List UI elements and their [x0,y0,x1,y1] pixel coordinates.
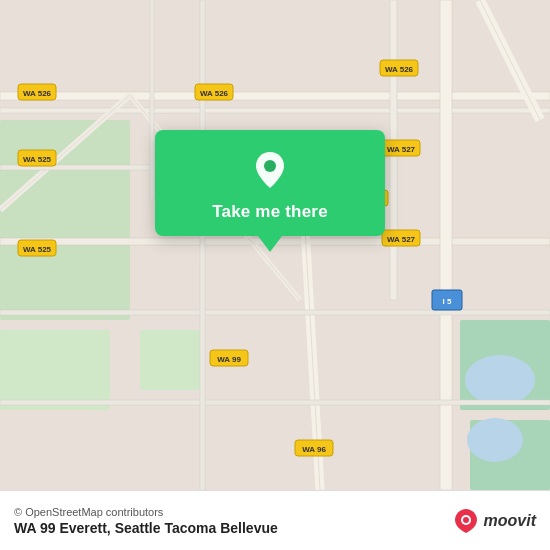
moovit-logo: moovit [452,507,536,535]
moovit-icon [452,507,480,535]
svg-text:WA 96: WA 96 [302,445,326,454]
location-title: WA 99 Everett, Seattle Tacoma Bellevue [14,520,444,536]
popup-label: Take me there [212,202,328,222]
copyright-text: © OpenStreetMap contributors [14,506,444,518]
svg-rect-23 [0,400,550,405]
svg-rect-2 [0,330,110,410]
svg-point-50 [463,517,469,523]
svg-text:WA 526: WA 526 [385,65,414,74]
svg-text:WA 525: WA 525 [23,245,52,254]
svg-point-48 [264,160,276,172]
svg-rect-11 [440,0,452,490]
map-container: WA 526 WA 526 WA 526 WA 527 WA 99 WA 527… [0,0,550,490]
svg-text:WA 525: WA 525 [23,155,52,164]
svg-rect-10 [0,108,550,113]
svg-point-6 [465,355,535,405]
svg-text:WA 526: WA 526 [23,89,52,98]
svg-text:WA 526: WA 526 [200,89,229,98]
bottom-bar: © OpenStreetMap contributors WA 99 Evere… [0,490,550,550]
svg-rect-25 [150,0,154,200]
take-me-there-popup[interactable]: Take me there [155,130,385,236]
svg-rect-22 [0,310,550,315]
location-pin-icon [248,148,292,192]
svg-rect-8 [0,92,550,100]
svg-text:WA 527: WA 527 [387,145,416,154]
svg-point-7 [467,418,523,462]
svg-text:WA 527: WA 527 [387,235,416,244]
moovit-text: moovit [484,512,536,530]
svg-rect-3 [140,330,200,390]
svg-text:I 5: I 5 [443,297,452,306]
svg-text:WA 99: WA 99 [217,355,241,364]
svg-rect-24 [200,0,205,490]
